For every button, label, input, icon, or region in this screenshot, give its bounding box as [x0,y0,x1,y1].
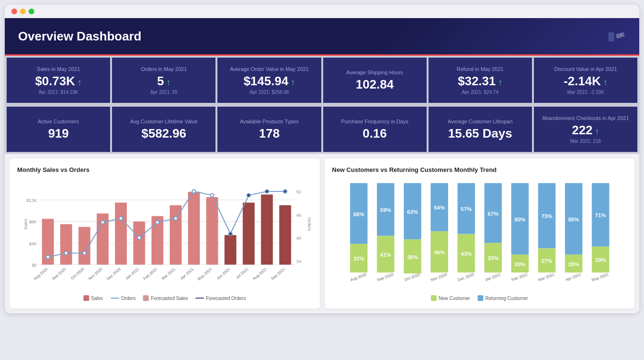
metric-card-1: Orders in May 20215 ↑Apr 2021: 55 [112,58,215,103]
svg-text:Mar 2021: Mar 2021 [161,267,176,281]
svg-text:80%: 80% [514,217,525,222]
metric-label-1: Orders in May 2021 [141,66,187,72]
svg-text:Nov 2020: Nov 2020 [430,272,448,282]
svg-rect-31 [279,205,291,265]
svg-text:May 2021: May 2021 [591,272,609,282]
legend-forecasted-orders-label: Forecasted Orders [206,296,245,301]
svg-text:May 2021: May 2021 [197,267,213,281]
svg-text:Aug 2020: Aug 2020 [33,267,49,281]
svg-text:Dec 2020: Dec 2020 [457,272,474,282]
legend-new-label: New Customer [439,296,470,301]
svg-text:20%: 20% [514,261,525,267]
metric-label-3: Average Shipping Hours [347,69,403,76]
bar-chart-container: $0$4K$8K$12K34404652SalesOrdersAug 2020S… [17,178,312,292]
metric-sub-2: Apr 2021: $258.08 [250,90,289,95]
svg-rect-28 [225,235,236,264]
svg-text:$12K: $12K [27,198,37,203]
metric-value-1: 5 ↑ [157,74,171,88]
svg-point-43 [247,193,250,197]
metric-label-0: Active Customers [38,118,79,125]
svg-rect-27 [206,197,218,265]
svg-point-34 [82,251,86,255]
legend-new-color [431,295,437,301]
metric-sub-5: Mar 2021: -2.33K [567,90,604,95]
metric-value-4: 15.65 Days [448,127,512,140]
svg-text:Orders: Orders [307,218,312,231]
svg-text:Aug 2020: Aug 2020 [349,272,367,282]
svg-text:Aug 2021: Aug 2021 [252,267,267,281]
svg-text:41%: 41% [380,252,391,258]
metric-value-3: 0.16 [363,127,387,140]
svg-point-35 [101,220,104,224]
svg-text:$8K: $8K [29,220,37,224]
svg-point-33 [64,251,68,255]
svg-text:Apr 2021: Apr 2021 [564,272,582,282]
legend-orders-label: Orders [121,296,136,301]
metric-label-3: Purchase Frequency in Days [341,118,408,125]
metric-sub-5: Mar 2021: 216 [570,139,601,144]
svg-text:Sales: Sales [23,219,28,230]
svg-text:Sep 2020: Sep 2020 [51,267,67,281]
svg-point-38 [156,220,159,224]
svg-text:$4K: $4K [29,241,37,246]
svg-point-39 [174,217,177,220]
svg-text:46%: 46% [434,250,445,255]
svg-text:Jan 2021: Jan 2021 [124,267,140,281]
svg-text:Oct 2020: Oct 2020 [70,267,85,281]
svg-rect-23 [133,221,145,265]
svg-point-3 [617,36,618,38]
metric-card-3: Average Shipping Hours102.84 [323,58,427,103]
close-dot[interactable] [11,9,17,14]
svg-rect-29 [243,202,255,264]
metric-card-5: Abandonment Checkouts in Apr 2021222 ↑Ma… [534,107,637,152]
svg-point-36 [119,217,123,220]
svg-rect-25 [170,205,182,265]
metric-value-1: $582.96 [142,127,186,140]
svg-text:43%: 43% [460,251,471,257]
maximize-dot[interactable] [29,9,34,14]
svg-text:46: 46 [296,213,301,218]
metric-card-4: Average Customer Lifespan15.65 Days [429,107,532,152]
svg-rect-30 [261,194,273,264]
svg-point-40 [192,190,195,193]
svg-point-37 [137,236,141,240]
metric-label-1: Avg Customer Lifetime Value [130,118,197,125]
dashboard-title: Overview Dashboard [18,29,142,44]
stacked-chart-title: New Customers vs Returning Customers Mon… [332,166,627,173]
svg-text:$0: $0 [32,263,37,268]
svg-text:33%: 33% [487,255,498,261]
metric-value-0: $0.73K ↑ [35,74,82,88]
svg-text:34: 34 [296,259,301,264]
svg-text:71%: 71% [595,212,606,218]
minimize-dot[interactable] [20,9,26,14]
arrow-up-icon: ↑ [288,78,295,87]
svg-text:Sep 2021: Sep 2021 [270,267,286,281]
metric-value-4: $32.31 ↑ [458,74,502,88]
metric-value-0: 919 [48,127,69,140]
stacked-chart-container: 68%32%59%41%63%38%54%46%57%43%67%33%80%2… [332,178,627,292]
metric-value-3: 102.84 [356,78,394,91]
svg-point-32 [46,255,50,259]
metrics-row-2: Active Customers919Avg Customer Lifetime… [5,105,639,154]
svg-text:Nov 2020: Nov 2020 [88,267,103,281]
metric-value-5: -2.14K ↑ [563,74,607,88]
svg-text:32%: 32% [353,256,364,261]
arrow-up-icon: ↑ [593,127,599,136]
metric-card-3: Purchase Frequency in Days0.16 [323,107,427,152]
metric-card-0: Active Customers919 [7,107,110,152]
legend-forecasted-sales-color [143,295,149,301]
svg-text:57%: 57% [460,206,471,212]
metric-card-0: Sales in May 2021$0.73K ↑Apr 2021: $14.1… [7,58,110,103]
legend-returning-customer: Returning Customer [478,295,528,301]
svg-text:Mar 2021: Mar 2021 [537,272,555,282]
svg-point-45 [284,190,287,193]
svg-text:Feb 2021: Feb 2021 [511,272,528,282]
svg-text:Jun 2021: Jun 2021 [216,267,231,281]
metrics-row-1: Sales in May 2021$0.73K ↑Apr 2021: $14.1… [5,56,639,105]
svg-text:67%: 67% [487,211,498,217]
legend-returning-color [478,295,483,301]
charts-section: Monthly Sales vs Orders $0$4K$8K$12K3440… [5,154,639,313]
svg-text:38%: 38% [407,254,418,260]
svg-text:59%: 59% [380,207,391,213]
svg-text:27%: 27% [541,258,552,264]
